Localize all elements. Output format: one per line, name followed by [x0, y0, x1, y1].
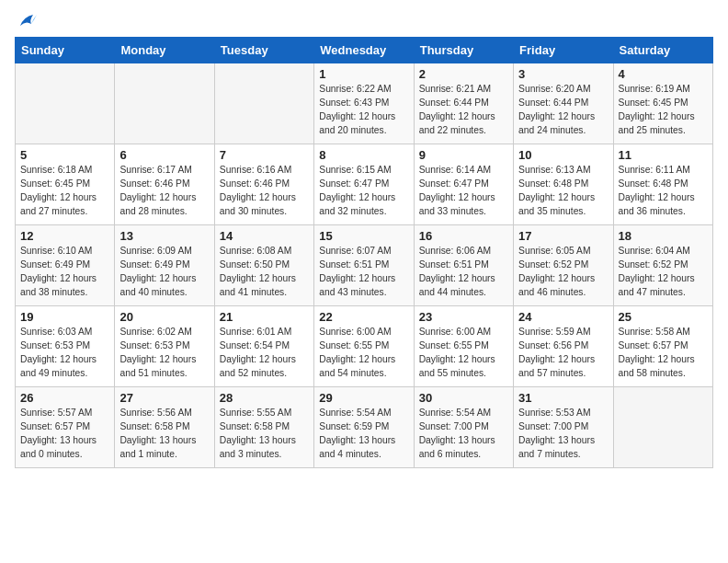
day-info: Sunrise: 6:19 AM Sunset: 6:45 PM Dayligh… [619, 83, 708, 138]
day-info: Sunrise: 6:18 AM Sunset: 6:45 PM Dayligh… [20, 164, 109, 219]
day-info: Sunrise: 5:54 AM Sunset: 7:00 PM Dayligh… [419, 407, 508, 462]
weekday-header-row: SundayMondayTuesdayWednesdayThursdayFrid… [16, 38, 713, 63]
calendar-cell: 2Sunrise: 6:21 AM Sunset: 6:44 PM Daylig… [414, 63, 513, 144]
calendar-cell: 1Sunrise: 6:22 AM Sunset: 6:43 PM Daylig… [314, 63, 414, 144]
day-number: 10 [518, 148, 608, 162]
day-number: 5 [20, 148, 109, 162]
day-info: Sunrise: 6:07 AM Sunset: 6:51 PM Dayligh… [319, 245, 408, 300]
calendar-cell: 3Sunrise: 6:20 AM Sunset: 6:44 PM Daylig… [514, 63, 613, 144]
calendar-cell [613, 387, 712, 468]
day-info: Sunrise: 6:01 AM Sunset: 6:54 PM Dayligh… [220, 326, 309, 381]
day-number: 17 [518, 229, 608, 243]
day-number: 27 [119, 391, 209, 405]
day-info: Sunrise: 6:14 AM Sunset: 6:47 PM Dayligh… [419, 164, 508, 219]
day-info: Sunrise: 6:00 AM Sunset: 6:55 PM Dayligh… [319, 326, 408, 381]
calendar-table: SundayMondayTuesdayWednesdayThursdayFrid… [15, 37, 713, 468]
calendar-week-row: 5Sunrise: 6:18 AM Sunset: 6:45 PM Daylig… [16, 144, 713, 225]
day-number: 20 [119, 310, 209, 324]
day-info: Sunrise: 5:54 AM Sunset: 6:59 PM Dayligh… [319, 407, 408, 462]
calendar-cell [214, 63, 313, 144]
calendar-week-row: 12Sunrise: 6:10 AM Sunset: 6:49 PM Dayli… [16, 225, 713, 306]
weekday-header-wednesday: Wednesday [314, 38, 414, 63]
day-info: Sunrise: 6:11 AM Sunset: 6:48 PM Dayligh… [619, 164, 708, 219]
logo-bird-icon [17, 13, 37, 29]
day-number: 30 [419, 391, 508, 405]
day-info: Sunrise: 6:09 AM Sunset: 6:49 PM Dayligh… [119, 245, 209, 300]
day-info: Sunrise: 6:05 AM Sunset: 6:52 PM Dayligh… [518, 245, 608, 300]
day-info: Sunrise: 6:21 AM Sunset: 6:44 PM Dayligh… [419, 83, 508, 138]
day-info: Sunrise: 6:10 AM Sunset: 6:49 PM Dayligh… [20, 245, 109, 300]
calendar-cell: 10Sunrise: 6:13 AM Sunset: 6:48 PM Dayli… [514, 144, 613, 225]
day-number: 7 [220, 148, 309, 162]
day-info: Sunrise: 6:00 AM Sunset: 6:55 PM Dayligh… [419, 326, 508, 381]
day-info: Sunrise: 6:06 AM Sunset: 6:51 PM Dayligh… [419, 245, 508, 300]
calendar-cell: 20Sunrise: 6:02 AM Sunset: 6:53 PM Dayli… [115, 306, 214, 387]
day-info: Sunrise: 6:03 AM Sunset: 6:53 PM Dayligh… [20, 326, 109, 381]
calendar-cell: 21Sunrise: 6:01 AM Sunset: 6:54 PM Dayli… [214, 306, 313, 387]
weekday-header-friday: Friday [514, 38, 613, 63]
calendar-week-row: 26Sunrise: 5:57 AM Sunset: 6:57 PM Dayli… [16, 387, 713, 468]
day-info: Sunrise: 5:56 AM Sunset: 6:58 PM Dayligh… [119, 407, 209, 462]
day-number: 24 [518, 310, 608, 324]
day-info: Sunrise: 6:08 AM Sunset: 6:50 PM Dayligh… [220, 245, 309, 300]
day-number: 4 [619, 67, 708, 81]
calendar-cell: 26Sunrise: 5:57 AM Sunset: 6:57 PM Dayli… [16, 387, 115, 468]
calendar-week-row: 1Sunrise: 6:22 AM Sunset: 6:43 PM Daylig… [16, 63, 713, 144]
calendar-cell: 19Sunrise: 6:03 AM Sunset: 6:53 PM Dayli… [16, 306, 115, 387]
weekday-header-saturday: Saturday [613, 38, 712, 63]
day-number: 26 [20, 391, 109, 405]
day-number: 8 [319, 148, 408, 162]
calendar-cell: 25Sunrise: 5:58 AM Sunset: 6:57 PM Dayli… [613, 306, 712, 387]
day-info: Sunrise: 6:04 AM Sunset: 6:52 PM Dayligh… [619, 245, 708, 300]
calendar-cell: 16Sunrise: 6:06 AM Sunset: 6:51 PM Dayli… [414, 225, 513, 306]
calendar-cell: 13Sunrise: 6:09 AM Sunset: 6:49 PM Dayli… [115, 225, 214, 306]
calendar-week-row: 19Sunrise: 6:03 AM Sunset: 6:53 PM Dayli… [16, 306, 713, 387]
day-info: Sunrise: 5:55 AM Sunset: 6:58 PM Dayligh… [220, 407, 309, 462]
calendar-cell: 15Sunrise: 6:07 AM Sunset: 6:51 PM Dayli… [314, 225, 414, 306]
day-info: Sunrise: 6:15 AM Sunset: 6:47 PM Dayligh… [319, 164, 408, 219]
calendar-cell: 7Sunrise: 6:16 AM Sunset: 6:46 PM Daylig… [214, 144, 313, 225]
calendar-cell: 5Sunrise: 6:18 AM Sunset: 6:45 PM Daylig… [16, 144, 115, 225]
day-info: Sunrise: 5:59 AM Sunset: 6:56 PM Dayligh… [518, 326, 608, 381]
day-number: 18 [619, 229, 708, 243]
calendar-cell: 4Sunrise: 6:19 AM Sunset: 6:45 PM Daylig… [613, 63, 712, 144]
day-info: Sunrise: 6:17 AM Sunset: 6:46 PM Dayligh… [119, 164, 209, 219]
day-info: Sunrise: 6:20 AM Sunset: 6:44 PM Dayligh… [518, 83, 608, 138]
calendar-cell: 11Sunrise: 6:11 AM Sunset: 6:48 PM Dayli… [613, 144, 712, 225]
weekday-header-thursday: Thursday [414, 38, 513, 63]
day-number: 15 [319, 229, 408, 243]
day-number: 28 [220, 391, 309, 405]
weekday-header-tuesday: Tuesday [214, 38, 313, 63]
calendar-cell: 14Sunrise: 6:08 AM Sunset: 6:50 PM Dayli… [214, 225, 313, 306]
calendar-cell: 22Sunrise: 6:00 AM Sunset: 6:55 PM Dayli… [314, 306, 414, 387]
calendar-cell: 28Sunrise: 5:55 AM Sunset: 6:58 PM Dayli… [214, 387, 313, 468]
day-number: 19 [20, 310, 109, 324]
day-number: 1 [319, 67, 408, 81]
day-number: 29 [319, 391, 408, 405]
day-number: 3 [518, 67, 608, 81]
calendar-cell: 18Sunrise: 6:04 AM Sunset: 6:52 PM Dayli… [613, 225, 712, 306]
day-info: Sunrise: 5:58 AM Sunset: 6:57 PM Dayligh… [619, 326, 708, 381]
calendar-cell [16, 63, 115, 144]
calendar-cell: 8Sunrise: 6:15 AM Sunset: 6:47 PM Daylig… [314, 144, 414, 225]
calendar-cell: 24Sunrise: 5:59 AM Sunset: 6:56 PM Dayli… [514, 306, 613, 387]
calendar-cell: 30Sunrise: 5:54 AM Sunset: 7:00 PM Dayli… [414, 387, 513, 468]
weekday-header-monday: Monday [115, 38, 214, 63]
calendar-cell: 6Sunrise: 6:17 AM Sunset: 6:46 PM Daylig… [115, 144, 214, 225]
day-number: 22 [319, 310, 408, 324]
day-number: 2 [419, 67, 508, 81]
calendar-cell: 17Sunrise: 6:05 AM Sunset: 6:52 PM Dayli… [514, 225, 613, 306]
calendar-cell: 27Sunrise: 5:56 AM Sunset: 6:58 PM Dayli… [115, 387, 214, 468]
day-info: Sunrise: 6:16 AM Sunset: 6:46 PM Dayligh… [220, 164, 309, 219]
day-info: Sunrise: 6:13 AM Sunset: 6:48 PM Dayligh… [518, 164, 608, 219]
logo [15, 15, 37, 26]
calendar-cell: 12Sunrise: 6:10 AM Sunset: 6:49 PM Dayli… [16, 225, 115, 306]
day-number: 25 [619, 310, 708, 324]
page-header [15, 15, 713, 26]
day-number: 14 [220, 229, 309, 243]
calendar-cell: 29Sunrise: 5:54 AM Sunset: 6:59 PM Dayli… [314, 387, 414, 468]
day-number: 31 [518, 391, 608, 405]
day-number: 23 [419, 310, 508, 324]
day-info: Sunrise: 6:22 AM Sunset: 6:43 PM Dayligh… [319, 83, 408, 138]
day-info: Sunrise: 5:53 AM Sunset: 7:00 PM Dayligh… [518, 407, 608, 462]
